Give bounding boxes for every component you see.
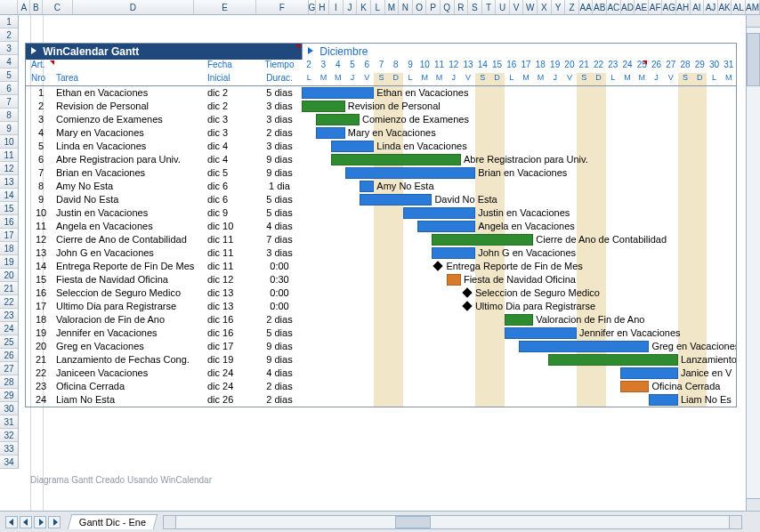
row-header-cell[interactable]: 10 xyxy=(0,135,19,149)
tab-prev-icon[interactable] xyxy=(20,516,32,528)
vscroll-thumb[interactable] xyxy=(747,33,760,86)
hscroll-thumb[interactable] xyxy=(395,516,431,528)
col-header-cell[interactable]: AG xyxy=(662,0,676,14)
gantt-row[interactable]: 8Amy No Estadic 61 diaAmy No Esta xyxy=(26,180,736,193)
col-header-cell[interactable]: J xyxy=(344,0,358,14)
row-header-cell[interactable]: 15 xyxy=(0,202,19,215)
gantt-bar[interactable] xyxy=(331,154,461,165)
row-header-cell[interactable]: 2 xyxy=(0,28,19,42)
gantt-bar[interactable] xyxy=(432,247,475,259)
tab-last-icon[interactable] xyxy=(48,516,61,528)
col-header-cell[interactable]: Z xyxy=(565,0,579,14)
gantt-row[interactable]: 22Janiceen Vacacionesdic 244 diasJanice … xyxy=(26,367,736,380)
col-header-cell[interactable]: AF xyxy=(649,0,663,14)
row-header-cell[interactable]: 29 xyxy=(0,389,19,402)
gantt-row[interactable]: 4Mary en Vacacionesdic 32 diasMary en Va… xyxy=(26,126,736,140)
gantt-row[interactable]: 16Seleccion de Seguro Medicodic 130:00Se… xyxy=(26,286,736,300)
col-header-cell[interactable]: K xyxy=(357,0,371,14)
col-header-cell[interactable]: AI xyxy=(691,0,705,14)
gantt-row[interactable]: 11Angela en Vacacionesdic 104 diasAngela… xyxy=(26,220,736,233)
gantt-bar[interactable] xyxy=(432,234,533,246)
row-header-cell[interactable]: 34 xyxy=(0,455,19,469)
row-headers[interactable]: 1234567891011121314151617181920212223242… xyxy=(0,15,19,469)
comment-indicator-icon[interactable] xyxy=(643,60,647,65)
col-header-cell[interactable]: AE xyxy=(635,0,649,14)
col-header-cell[interactable]: T xyxy=(482,0,497,14)
col-header-cell[interactable]: AJ xyxy=(704,0,718,14)
col-header-cell[interactable]: V xyxy=(510,0,524,14)
scroll-up-icon[interactable] xyxy=(747,15,760,28)
gantt-bar[interactable] xyxy=(649,394,678,406)
col-header-cell[interactable]: AL xyxy=(732,0,746,14)
col-header-cell[interactable]: R xyxy=(455,0,469,14)
col-header-cell[interactable]: AD xyxy=(621,0,635,14)
gantt-row[interactable]: 20Greg en Vacacionesdic 179 diasGreg en … xyxy=(26,340,736,353)
gantt-bar[interactable] xyxy=(302,87,374,99)
gantt-row[interactable]: 17Ultimo Dia para Registrarsedic 130:00U… xyxy=(26,300,736,313)
gantt-row[interactable]: 7Brian en Vacacionesdic 59 diasBrian en … xyxy=(26,166,736,180)
row-header-cell[interactable]: 24 xyxy=(0,322,19,335)
row-header-cell[interactable]: 23 xyxy=(0,309,19,322)
row-header-cell[interactable]: 14 xyxy=(0,189,19,202)
gantt-bar[interactable] xyxy=(316,114,360,125)
row-header-cell[interactable]: 28 xyxy=(0,375,19,389)
comment-indicator-icon[interactable] xyxy=(295,44,300,49)
tab-next-icon[interactable] xyxy=(34,516,46,528)
gantt-bar[interactable] xyxy=(360,194,432,206)
col-header-cell[interactable]: E xyxy=(194,0,256,14)
gantt-bar[interactable] xyxy=(548,354,678,366)
row-header-cell[interactable]: 8 xyxy=(0,109,19,122)
row-header-cell[interactable]: 18 xyxy=(0,242,19,255)
row-header-cell[interactable]: 7 xyxy=(0,95,19,109)
col-header-cell[interactable]: H xyxy=(316,0,330,14)
gantt-row[interactable]: 6Abre Registracion para Univ.dic 49 dias… xyxy=(26,153,736,166)
gantt-bar[interactable] xyxy=(620,367,678,379)
gantt-bar[interactable] xyxy=(360,181,374,192)
gantt-bar[interactable] xyxy=(403,207,475,219)
gantt-bar[interactable] xyxy=(447,274,461,286)
gantt-row[interactable]: 9David No Estadic 65 diasDavid No Esta xyxy=(26,193,736,206)
row-header-cell[interactable]: 25 xyxy=(0,335,19,349)
comment-indicator-icon[interactable] xyxy=(50,60,54,65)
row-header-cell[interactable]: 19 xyxy=(0,255,19,269)
col-header-cell[interactable]: B xyxy=(30,0,43,14)
col-header-cell[interactable]: P xyxy=(426,0,441,14)
col-header-cell[interactable]: G xyxy=(309,0,316,14)
col-header-cell[interactable]: M xyxy=(385,0,400,14)
gantt-row[interactable]: 3Comienzo de Examenesdic 33 diasComienzo… xyxy=(26,113,736,126)
row-header-cell[interactable]: 30 xyxy=(0,402,19,415)
row-header-cell[interactable]: 22 xyxy=(0,295,19,309)
horizontal-scrollbar[interactable] xyxy=(163,515,742,529)
col-header-cell[interactable]: AC xyxy=(607,0,621,14)
gantt-bar[interactable] xyxy=(331,141,375,152)
row-header-cell[interactable]: 27 xyxy=(0,362,19,375)
col-header-cell[interactable]: U xyxy=(496,0,510,14)
gantt-bar[interactable] xyxy=(316,127,345,139)
column-headers[interactable]: ABCDEFGHIJKLMNOPQRSTUVWXYZAAABACADAEAFAG… xyxy=(0,0,760,15)
gantt-row[interactable]: 5Linda en Vacacionesdic 43 diasLinda en … xyxy=(26,140,736,153)
scroll-left-icon[interactable] xyxy=(164,516,176,528)
row-header-cell[interactable]: 16 xyxy=(0,215,19,229)
col-header-cell[interactable]: F xyxy=(256,0,308,14)
scroll-down-icon[interactable] xyxy=(747,498,760,511)
row-header-cell[interactable]: 33 xyxy=(0,442,19,455)
gantt-row[interactable]: 1Ethan en Vacacionesdic 25 diasEthan en … xyxy=(26,86,736,100)
gantt-row[interactable]: 23Oficina Cerradadic 242 diasOficina Cer… xyxy=(26,380,736,393)
col-header-cell[interactable]: L xyxy=(371,0,385,14)
scroll-right-icon[interactable] xyxy=(729,516,741,528)
col-header-cell[interactable]: A xyxy=(18,0,30,14)
row-header-cell[interactable]: 12 xyxy=(0,162,19,175)
col-header-cell[interactable]: AK xyxy=(718,0,732,14)
col-header-cell[interactable]: AA xyxy=(579,0,594,14)
gantt-bar[interactable] xyxy=(620,381,650,392)
row-header-cell[interactable]: 9 xyxy=(0,122,19,135)
row-header-cell[interactable]: 4 xyxy=(0,55,19,69)
tab-first-icon[interactable] xyxy=(5,516,18,528)
row-header-cell[interactable]: 31 xyxy=(0,415,19,429)
gantt-row[interactable]: 12Cierre de Ano de Contabilidaddic 117 d… xyxy=(26,233,736,246)
gantt-bar[interactable] xyxy=(505,327,577,339)
col-header-cell[interactable]: S xyxy=(468,0,482,14)
col-header-cell[interactable]: N xyxy=(399,0,413,14)
row-header-cell[interactable]: 6 xyxy=(0,82,19,95)
col-header-cell[interactable]: AB xyxy=(593,0,607,14)
